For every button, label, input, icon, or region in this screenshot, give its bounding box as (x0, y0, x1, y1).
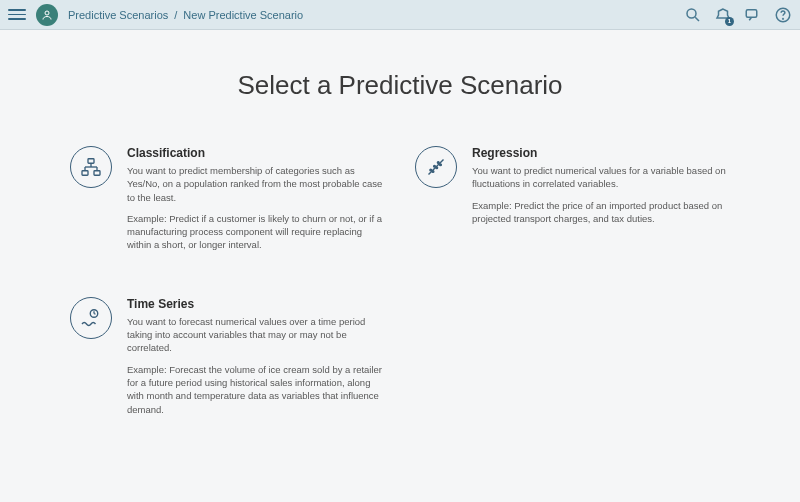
scenario-example: Example: Predict the price of an importe… (472, 199, 730, 226)
notifications-icon[interactable]: 1 (714, 6, 732, 24)
breadcrumb-current: New Predictive Scenario (183, 9, 303, 21)
svg-point-16 (434, 165, 436, 167)
scenario-time-series[interactable]: Time Series You want to forecast numeric… (70, 297, 385, 416)
classification-icon (70, 146, 112, 188)
regression-icon (415, 146, 457, 188)
svg-point-18 (437, 162, 439, 164)
svg-point-5 (783, 18, 784, 19)
top-bar-left: Predictive Scenarios / New Predictive Sc… (8, 4, 303, 26)
svg-point-1 (687, 9, 696, 18)
svg-rect-8 (94, 171, 100, 176)
person-icon (41, 9, 53, 21)
time-series-icon (70, 297, 112, 339)
scenario-title: Classification (127, 146, 385, 160)
search-icon[interactable] (684, 6, 702, 24)
scenario-description: You want to predict membership of catego… (127, 164, 385, 204)
svg-point-17 (436, 167, 438, 169)
scenario-example: Example: Forecast the volume of ice crea… (127, 363, 385, 416)
svg-rect-3 (746, 9, 757, 17)
page-title: Select a Predictive Scenario (50, 70, 750, 101)
scenario-body: Classification You want to predict membe… (127, 146, 385, 252)
breadcrumb-parent[interactable]: Predictive Scenarios (68, 9, 168, 21)
scenario-title: Time Series (127, 297, 385, 311)
scenario-body: Regression You want to predict numerical… (472, 146, 730, 252)
breadcrumb-separator: / (174, 9, 177, 21)
svg-point-0 (45, 11, 49, 15)
svg-rect-6 (88, 159, 94, 164)
help-icon[interactable] (774, 6, 792, 24)
scenario-grid: Classification You want to predict membe… (50, 146, 750, 416)
main-content: Select a Predictive Scenario Classificat… (0, 30, 800, 416)
svg-point-14 (430, 169, 432, 171)
scenario-description: You want to predict numerical values for… (472, 164, 730, 191)
scenario-example: Example: Predict if a customer is likely… (127, 212, 385, 252)
scenario-body: Time Series You want to forecast numeric… (127, 297, 385, 416)
scenario-title: Regression (472, 146, 730, 160)
scenario-regression[interactable]: Regression You want to predict numerical… (415, 146, 730, 252)
svg-line-2 (695, 17, 699, 21)
menu-icon[interactable] (8, 6, 26, 24)
notification-badge: 1 (725, 17, 734, 26)
scenario-description: You want to forecast numerical values ov… (127, 315, 385, 355)
breadcrumb: Predictive Scenarios / New Predictive Sc… (68, 9, 303, 21)
top-bar: Predictive Scenarios / New Predictive Sc… (0, 0, 800, 30)
svg-point-15 (432, 171, 434, 173)
svg-line-22 (94, 313, 96, 314)
top-bar-right: 1 (684, 6, 792, 24)
svg-point-19 (440, 164, 442, 166)
svg-rect-7 (82, 171, 88, 176)
feedback-icon[interactable] (744, 6, 762, 24)
scenario-classification[interactable]: Classification You want to predict membe… (70, 146, 385, 252)
user-avatar[interactable] (36, 4, 58, 26)
